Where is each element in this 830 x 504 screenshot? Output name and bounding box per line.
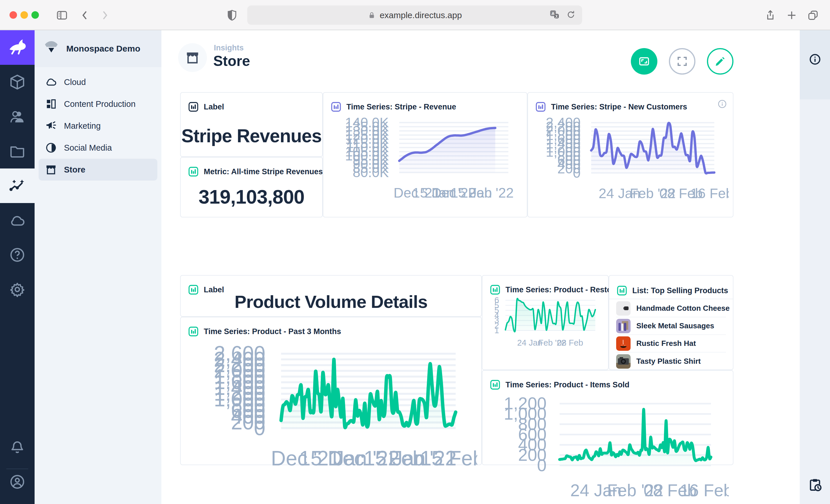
- list-item[interactable]: Rustic Fresh Hat: [616, 335, 726, 352]
- product-list: Handmade Cotton Cheese Sleek Metal Sausa…: [616, 300, 726, 370]
- nav-sidebar: Monospace Demo Cloud Content Production …: [35, 30, 161, 504]
- translate-icon[interactable]: A: [549, 9, 560, 21]
- metric-value: 319,103,800: [181, 176, 322, 217]
- edit-button[interactable]: [707, 48, 733, 75]
- cloud-icon: [45, 76, 57, 88]
- stripe-revenue-chart: 140.0K135.0K130.0K125.0K120.0K115.0K110.…: [326, 109, 523, 208]
- project-name: Monospace Demo: [66, 44, 140, 54]
- sidebar-nav: Cloud Content Production Marketing Socia…: [39, 71, 157, 180]
- screen: example.directus.app A: [0, 0, 830, 504]
- panel-ts-past-3-months[interactable]: Time Series: Product - Past 3 Months 2,6…: [180, 317, 482, 465]
- panel-ts-new-customers[interactable]: Time Series: Stripe - New Customers 2,40…: [528, 92, 733, 217]
- list-item[interactable]: Tasty Plastic Shirt: [616, 352, 726, 370]
- product-thumbnail: [616, 354, 631, 369]
- address-bar[interactable]: example.directus.app A: [247, 5, 582, 25]
- module-bar: [0, 30, 35, 504]
- svg-text:80.0K: 80.0K: [353, 165, 389, 180]
- help-icon[interactable]: [0, 238, 35, 272]
- minimize-window-button[interactable]: [21, 11, 28, 19]
- breadcrumb[interactable]: Insights: [214, 43, 244, 53]
- fullscreen-button[interactable]: [669, 48, 695, 75]
- sidebar-item-content-production[interactable]: Content Production: [39, 93, 157, 115]
- present-button[interactable]: [631, 48, 658, 75]
- product-thumbnail: [616, 301, 631, 316]
- items-sold-chart: 1,2001,000800600400200024 JanFeb '2208 F…: [485, 388, 729, 504]
- right-rail-header: [800, 30, 830, 99]
- past-3-months-chart: 2,6002,4002,2002,0001,8001,6001,4001,200…: [183, 334, 477, 481]
- activity-log-icon[interactable]: [808, 477, 822, 492]
- panel-list-top-products[interactable]: List: Top Selling Products Handmade Cott…: [609, 275, 733, 370]
- svg-text:0: 0: [573, 165, 581, 180]
- list-item[interactable]: Sleek Metal Sausages: [616, 317, 726, 335]
- sidebar-item-label: Content Production: [64, 99, 135, 109]
- close-window-button[interactable]: [9, 11, 17, 19]
- panel-type-icon: [616, 285, 628, 296]
- sidebar-item-cloud[interactable]: Cloud: [39, 71, 157, 93]
- sidebar-item-label: Marketing: [64, 121, 101, 131]
- product-thumbnail: [616, 336, 631, 351]
- svg-text:16 Feb: 16 Feb: [680, 481, 729, 500]
- product-name: Tasty Plastic Shirt: [636, 357, 701, 366]
- product-name: Handmade Cotton Cheese: [636, 304, 730, 313]
- panel-title: List: Top Selling Products: [632, 286, 728, 295]
- page-title: Store: [213, 53, 250, 69]
- sidebar-item-label: Store: [64, 165, 85, 174]
- main-content: Insights Store Label Stripe Re: [161, 30, 800, 504]
- module-cloud-icon[interactable]: [0, 203, 35, 238]
- project-header[interactable]: Monospace Demo: [35, 30, 161, 67]
- notifications-icon[interactable]: [0, 429, 35, 464]
- panel-label-product[interactable]: Label Product Volume Details: [180, 275, 482, 317]
- module-insights-icon[interactable]: [0, 168, 35, 203]
- sidebar-item-store[interactable]: Store: [39, 159, 157, 180]
- module-content-icon[interactable]: [0, 65, 35, 99]
- new-customers-chart: 2,4002,2002,0001,8001,6001,4001,2001,000…: [530, 109, 729, 209]
- share-icon[interactable]: [763, 7, 778, 23]
- panel-ts-restocks[interactable]: Time Series: Product - Restocks 65543212…: [482, 275, 609, 370]
- panel-ts-items-sold[interactable]: Time Series: Product - Items Sold 1,2001…: [482, 370, 733, 465]
- panel-type-icon: [188, 101, 199, 112]
- sidebar-item-social-media[interactable]: Social Media: [39, 137, 157, 159]
- sidebar-item-label: Cloud: [64, 77, 86, 87]
- shield-icon[interactable]: [224, 7, 240, 23]
- label-text: Stripe Revenues: [181, 115, 322, 156]
- project-logo: [43, 40, 59, 57]
- back-icon[interactable]: [77, 7, 93, 23]
- forward-icon[interactable]: [97, 7, 113, 23]
- pie-chart-icon: [45, 142, 57, 154]
- sidebar-item-marketing[interactable]: Marketing: [39, 115, 157, 137]
- panel-ts-stripe-revenue[interactable]: Time Series: Stripe - Revenue 140.0K135.…: [323, 92, 528, 217]
- panel-type-icon: [188, 166, 199, 177]
- panel-title: Label: [204, 103, 224, 111]
- panel-metric-revenue[interactable]: Metric: All-time Stripe Revenues 319,103…: [180, 157, 323, 217]
- svg-text:1: 1: [494, 326, 499, 335]
- directus-logo[interactable]: [0, 30, 35, 65]
- tabs-overview-icon[interactable]: [805, 7, 821, 23]
- zoom-window-button[interactable]: [31, 11, 39, 19]
- module-user-directory-icon[interactable]: [0, 99, 35, 134]
- info-icon[interactable]: [808, 53, 822, 66]
- svg-text:16 Feb: 16 Feb: [690, 186, 729, 201]
- svg-text:0: 0: [537, 456, 547, 475]
- panel-label-stripe[interactable]: Label Stripe Revenues: [180, 92, 323, 157]
- svg-text:08 Feb: 08 Feb: [557, 338, 583, 347]
- sidebar-item-label: Social Media: [64, 143, 112, 153]
- list-item[interactable]: Handmade Cotton Cheese: [616, 300, 726, 317]
- label-text: Product Volume Details: [181, 287, 481, 316]
- product-thumbnail: [616, 319, 631, 333]
- module-file-library-icon[interactable]: [0, 134, 35, 168]
- svg-text:Feb '22: Feb '22: [468, 185, 514, 200]
- reload-icon[interactable]: [566, 10, 576, 21]
- right-rail: [800, 30, 830, 504]
- panel-info-icon[interactable]: [717, 99, 727, 109]
- profile-icon[interactable]: [0, 465, 35, 499]
- app: Monospace Demo Cloud Content Production …: [0, 30, 830, 504]
- settings-icon[interactable]: [0, 272, 35, 307]
- url-text: example.directus.app: [380, 10, 462, 20]
- svg-text:A: A: [552, 11, 555, 16]
- new-tab-icon[interactable]: [784, 7, 799, 23]
- browser-chrome: example.directus.app A: [0, 0, 830, 30]
- sidebar-toggle-icon[interactable]: [54, 7, 70, 23]
- svg-text:0: 0: [254, 416, 265, 439]
- megaphone-icon: [45, 120, 57, 132]
- svg-text:15 Feb: 15 Feb: [420, 447, 477, 470]
